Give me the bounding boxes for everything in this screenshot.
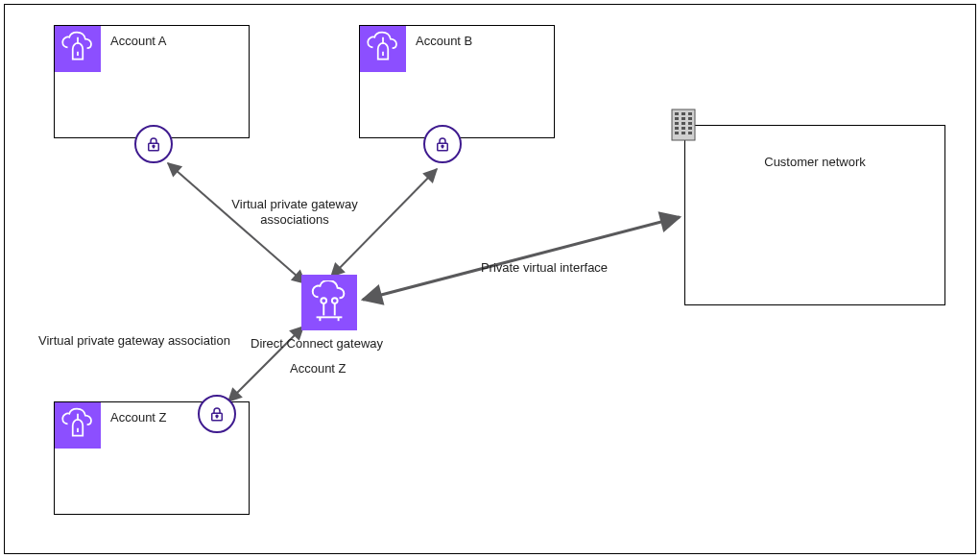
- account-z-label: Account Z: [110, 410, 167, 425]
- vpc-icon: [55, 402, 101, 449]
- svg-point-5: [153, 145, 155, 147]
- svg-point-7: [442, 145, 443, 147]
- building-icon: [671, 109, 696, 141]
- svg-rect-25: [688, 132, 692, 134]
- vpg-associations-label: Virtual private gateway associations: [213, 197, 376, 229]
- svg-point-9: [216, 415, 218, 417]
- svg-rect-20: [675, 127, 679, 130]
- customer-network-label: Customer network: [685, 155, 944, 170]
- svg-rect-21: [681, 127, 685, 130]
- svg-rect-11: [675, 112, 679, 115]
- account-a-label: Account A: [110, 34, 167, 48]
- diagram-canvas: Account A Account B: [0, 0, 980, 558]
- vpc-icon: [55, 26, 101, 72]
- account-b-label: Account B: [416, 34, 472, 48]
- svg-rect-17: [675, 122, 679, 125]
- svg-point-27: [332, 298, 338, 303]
- svg-point-26: [321, 298, 326, 303]
- account-b-vpg-lock-icon: [423, 125, 462, 163]
- svg-rect-14: [675, 117, 679, 120]
- direct-connect-gateway-icon: [301, 275, 357, 330]
- vpc-icon: [360, 26, 406, 72]
- dcgw-owner-label: Account Z: [290, 361, 347, 376]
- svg-rect-16: [688, 117, 692, 120]
- svg-rect-19: [688, 122, 692, 125]
- account-z-vpg-lock-icon: [198, 395, 236, 433]
- svg-rect-18: [681, 122, 685, 125]
- dcgw-label: Direct Connect gateway: [251, 336, 383, 352]
- svg-rect-23: [675, 132, 679, 134]
- vpg-association-label: Virtual private gateway association: [38, 333, 230, 349]
- svg-rect-22: [688, 127, 692, 130]
- account-b-box: Account B: [359, 25, 555, 138]
- svg-rect-12: [681, 112, 685, 115]
- customer-network-box: Customer network: [684, 125, 945, 305]
- account-a-box: Account A: [54, 25, 250, 138]
- svg-rect-24: [681, 132, 685, 134]
- svg-rect-13: [688, 112, 692, 115]
- pvi-label: Private virtual interface: [463, 260, 626, 276]
- account-a-vpg-lock-icon: [134, 125, 173, 163]
- svg-rect-15: [681, 117, 685, 120]
